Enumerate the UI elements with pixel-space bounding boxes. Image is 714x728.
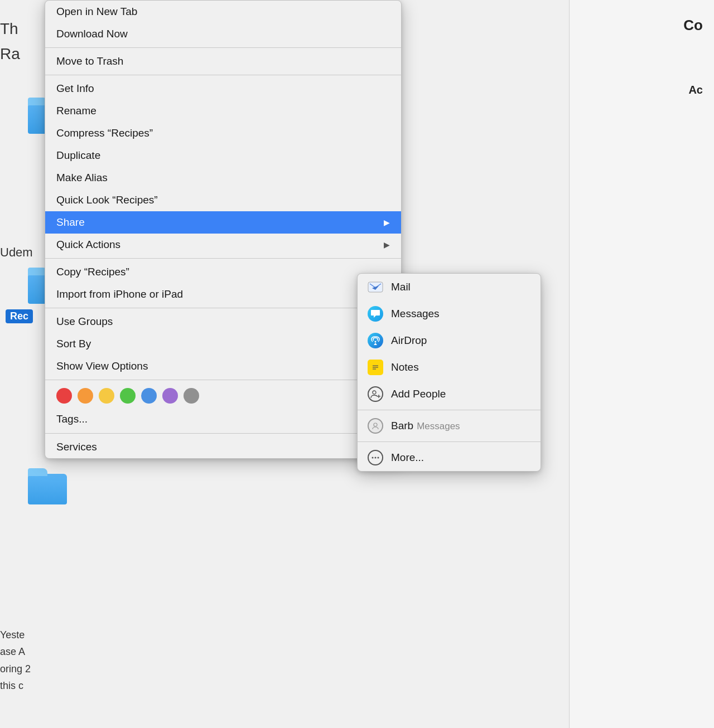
messages-icon <box>368 306 383 322</box>
submenu-add-people-label: Add People <box>391 388 446 400</box>
menu-item-services-label: Services <box>56 441 97 453</box>
menu-item-make-alias-label: Make Alias <box>56 172 108 184</box>
menu-item-rename[interactable]: Rename <box>45 100 401 122</box>
submenu-item-more[interactable]: More... <box>358 444 541 471</box>
separator-6 <box>45 433 401 434</box>
svg-point-1 <box>375 341 377 343</box>
submenu-mail-label: Mail <box>391 281 411 293</box>
bg-rec-badge: Rec <box>6 309 33 323</box>
bg-right-label: Ac <box>688 84 703 96</box>
tag-blue[interactable] <box>141 388 157 404</box>
menu-item-import-iphone[interactable]: Import from iPhone or iPad ▶ <box>45 283 401 305</box>
menu-item-quick-actions-label: Quick Actions <box>56 239 120 251</box>
submenu-item-barb[interactable]: Barb Messages <box>358 412 541 439</box>
tag-purple[interactable] <box>162 388 178 404</box>
add-people-icon <box>368 386 383 402</box>
quick-actions-arrow-icon: ▶ <box>384 240 390 249</box>
more-icon <box>368 450 383 465</box>
submenu-item-messages[interactable]: Messages <box>358 300 541 327</box>
submenu-item-mail[interactable]: Mail <box>358 274 541 300</box>
menu-item-services[interactable]: Services ▶ <box>45 436 401 458</box>
tag-yellow[interactable] <box>99 388 114 404</box>
menu-item-open-new-tab-label: Open in New Tab <box>56 6 137 18</box>
airdrop-icon <box>368 333 383 348</box>
share-submenu: Mail Messages AirDrop <box>357 273 541 472</box>
separator-4 <box>45 308 401 308</box>
svg-point-6 <box>373 391 376 394</box>
mail-icon <box>368 279 383 295</box>
menu-item-sort-by[interactable]: Sort By ▶ <box>45 333 401 355</box>
menu-item-use-groups-label: Use Groups <box>56 316 113 328</box>
submenu-item-add-people[interactable]: Add People <box>358 381 541 407</box>
share-arrow-icon: ▶ <box>384 218 390 227</box>
svg-point-9 <box>374 423 377 426</box>
submenu-more-label: More... <box>391 452 424 464</box>
tag-green[interactable] <box>120 388 136 404</box>
tag-orange[interactable] <box>78 388 93 404</box>
tag-gray[interactable] <box>184 388 199 404</box>
bg-left-text: Th Ra <box>0 17 20 67</box>
menu-item-quick-actions[interactable]: Quick Actions ▶ <box>45 234 401 256</box>
menu-item-duplicate[interactable]: Duplicate <box>45 144 401 167</box>
menu-item-move-to-trash[interactable]: Move to Trash <box>45 50 401 72</box>
tag-red[interactable] <box>56 388 72 404</box>
context-menu: Open in New Tab Download Now Move to Tra… <box>45 0 402 459</box>
menu-item-rename-label: Rename <box>56 105 97 117</box>
menu-item-get-info-label: Get Info <box>56 82 94 95</box>
menu-item-get-info[interactable]: Get Info <box>45 77 401 100</box>
menu-item-share[interactable]: Share ▶ <box>45 211 401 234</box>
menu-item-use-groups[interactable]: Use Groups <box>45 310 401 333</box>
menu-item-make-alias[interactable]: Make Alias <box>45 167 401 189</box>
separator-3 <box>45 258 401 259</box>
submenu-separator-2 <box>358 441 541 442</box>
bg-folder-3 <box>28 474 67 504</box>
menu-item-compress-label: Compress “Recipes” <box>56 127 153 139</box>
svg-point-10 <box>372 457 374 459</box>
separator-1 <box>45 47 401 48</box>
barb-contact-name: Barb Messages <box>391 420 460 432</box>
menu-item-move-to-trash-label: Move to Trash <box>56 55 123 67</box>
menu-item-share-label: Share <box>56 216 85 229</box>
menu-item-download-now-label: Download Now <box>56 28 128 40</box>
barb-icon <box>368 418 383 434</box>
menu-item-import-iphone-label: Import from iPhone or iPad <box>56 288 183 300</box>
tags-label[interactable]: Tags... <box>45 410 401 431</box>
menu-item-compress[interactable]: Compress “Recipes” <box>45 122 401 144</box>
menu-item-quick-look[interactable]: Quick Look “Recipes” <box>45 189 401 211</box>
menu-item-show-view-options-label: Show View Options <box>56 360 148 372</box>
svg-point-12 <box>378 457 379 459</box>
menu-item-open-new-tab[interactable]: Open in New Tab <box>45 1 401 23</box>
menu-item-duplicate-label: Duplicate <box>56 149 100 162</box>
submenu-airdrop-label: AirDrop <box>391 334 427 347</box>
bg-bottom-text: Yeste ase A oring 2 this c <box>0 627 31 695</box>
submenu-item-notes[interactable]: Notes <box>358 354 541 381</box>
separator-5 <box>45 380 401 380</box>
notes-icon <box>368 360 383 375</box>
bg-label-udem: Udem <box>0 245 33 260</box>
menu-item-download-now[interactable]: Download Now <box>45 23 401 45</box>
menu-item-quick-look-label: Quick Look “Recipes” <box>56 194 158 206</box>
separator-2 <box>45 75 401 75</box>
bg-right-panel: Co Ac <box>569 0 714 728</box>
tags-section <box>45 382 401 409</box>
barb-name-label: Barb <box>391 420 413 432</box>
menu-item-copy-recipes-label: Copy “Recipes” <box>56 266 129 278</box>
submenu-messages-label: Messages <box>391 308 440 320</box>
bg-right-title: Co <box>683 17 703 34</box>
menu-item-copy-recipes[interactable]: Copy “Recipes” <box>45 261 401 283</box>
submenu-item-airdrop[interactable]: AirDrop <box>358 327 541 354</box>
menu-item-show-view-options[interactable]: Show View Options <box>45 355 401 377</box>
menu-item-sort-by-label: Sort By <box>56 338 91 350</box>
svg-point-11 <box>375 457 377 459</box>
submenu-notes-label: Notes <box>391 361 419 373</box>
barb-secondary-label: Messages <box>417 421 460 432</box>
submenu-separator-1 <box>358 410 541 410</box>
